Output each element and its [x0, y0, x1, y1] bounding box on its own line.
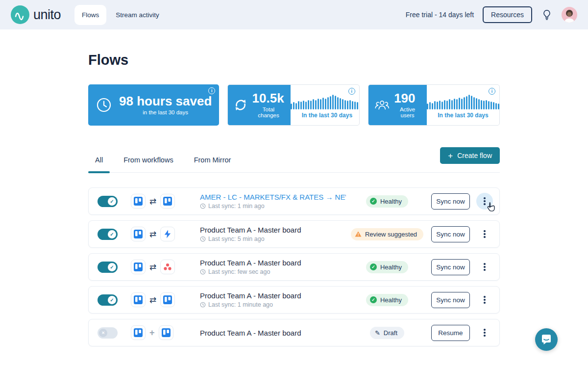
two-way-sync-icon: ⇄: [149, 296, 156, 304]
clock-icon: [96, 97, 112, 113]
tab-from-workflows[interactable]: From workflows: [117, 151, 180, 172]
trello-icon: [160, 194, 175, 209]
active-users-sparkline: [427, 94, 499, 109]
trello-icon: [131, 194, 146, 209]
stat-value: 10.5k: [252, 92, 285, 105]
flow-title[interactable]: Product Team A - Master board: [200, 226, 346, 234]
resources-button[interactable]: Resources: [483, 6, 532, 23]
flow-enabled-toggle[interactable]: ✓: [98, 262, 118, 273]
warning-icon: [355, 231, 362, 237]
trello-icon: [160, 292, 175, 307]
flow-row: ✓ ⇄ Product Team A - Master board Last s…: [88, 253, 500, 281]
trello-icon: [131, 227, 146, 241]
flow-row: ✓ ⇄ AMER - LC - MARKETS/FX & RATES → NEW…: [88, 187, 500, 215]
total-changes-sparkline: [291, 94, 359, 109]
trello-icon: [159, 325, 173, 340]
nav-tab-stream-activity[interactable]: Stream activity: [108, 5, 167, 25]
clock-icon: [200, 236, 206, 242]
flow-title-link[interactable]: AMER - LC - MARKETS/FX & RATES → NEWSDES…: [200, 193, 346, 201]
chat-launcher-button[interactable]: [535, 328, 558, 351]
stat-card-total-changes: 10.5k Total changes i In the last 30 day…: [227, 84, 359, 126]
plus-icon: +: [448, 152, 453, 160]
trial-countdown: Free trial - 14 days left: [406, 11, 474, 19]
brand-wordmark: unito: [33, 7, 61, 23]
lightbulb-icon[interactable]: [541, 9, 553, 21]
stat-value: 190: [394, 92, 421, 105]
plus-connector-icon: +: [149, 328, 155, 337]
stats-row: i 98 hours saved in the last 30 days: [88, 84, 500, 126]
flow-title[interactable]: Product Team A - Master board: [200, 329, 346, 337]
stat-card-hours-saved: i 98 hours saved in the last 30 days: [88, 84, 219, 126]
unito-logo-icon: [11, 5, 29, 24]
two-way-sync-icon: ⇄: [149, 263, 156, 271]
clock-icon: [200, 302, 206, 308]
resume-button[interactable]: Resume: [431, 325, 470, 341]
tab-from-mirror[interactable]: From Mirror: [187, 151, 238, 172]
trello-icon: [131, 292, 146, 307]
two-way-sync-icon: ⇄: [149, 197, 156, 206]
lightning-app-icon: [160, 227, 175, 241]
flow-row: ✓ ⇄ Product Team A - Master board Last s…: [88, 286, 500, 314]
page-title: Flows: [88, 52, 500, 68]
filter-tabs-bar: All From workflows From Mirror + Create …: [88, 151, 500, 173]
sync-arrows-icon: [234, 98, 247, 112]
two-way-sync-icon: ⇄: [149, 230, 156, 238]
clock-icon: [200, 203, 206, 209]
row-menu-kebab[interactable]: [476, 226, 493, 242]
sync-now-button[interactable]: Sync now: [431, 292, 470, 308]
stat-caption: Active users: [394, 106, 421, 118]
nav-tabs: Flows Stream activity: [74, 0, 167, 29]
stat-value: 98 hours saved: [119, 95, 212, 108]
last-sync: Last sync: 1 min ago: [200, 203, 346, 210]
tab-all[interactable]: All: [88, 151, 110, 172]
unito-logo[interactable]: unito: [11, 5, 61, 24]
users-group-icon: [374, 99, 390, 111]
status-badge-draft: ✎ Draft: [370, 327, 404, 339]
check-icon: ✓: [370, 296, 377, 303]
sync-now-button[interactable]: Sync now: [431, 193, 470, 210]
check-icon: ✓: [370, 198, 377, 205]
sparkline-caption: In the last 30 days: [438, 112, 488, 119]
last-sync: Last sync: 1 minute ago: [200, 301, 346, 308]
row-menu-kebab[interactable]: [476, 193, 493, 210]
flow-list: ✓ ⇄ AMER - LC - MARKETS/FX & RATES → NEW…: [88, 187, 500, 346]
trello-icon: [131, 260, 146, 274]
sparkline-caption: In the last 30 days: [302, 112, 352, 119]
stat-card-active-users: 190 Active users i In the last 30 days: [368, 84, 500, 126]
flow-enabled-toggle[interactable]: ✓: [98, 294, 118, 306]
flow-title[interactable]: Product Team A - Master board: [200, 291, 346, 300]
pencil-icon: ✎: [375, 329, 380, 337]
flow-row: ✕ + Product Team A - Master board ✎ Draf…: [88, 319, 500, 346]
user-avatar[interactable]: [562, 7, 577, 23]
stat-caption: in the last 30 days: [119, 109, 212, 115]
info-icon[interactable]: i: [208, 87, 215, 94]
sync-now-button[interactable]: Sync now: [431, 259, 470, 275]
row-menu-kebab[interactable]: [476, 259, 493, 275]
mouse-cursor-icon: [486, 202, 496, 215]
check-icon: ✓: [370, 263, 377, 270]
flow-enabled-toggle[interactable]: ✕: [98, 327, 118, 339]
chat-bubble-icon: [540, 334, 552, 345]
flow-row: ✓ ⇄ Product Team A - Master board Last s…: [88, 220, 500, 248]
status-badge-healthy: ✓ Healthy: [366, 294, 408, 306]
row-menu-kebab[interactable]: [476, 291, 493, 308]
last-sync: Last sync: few sec ago: [200, 268, 346, 275]
stat-caption: Total changes: [252, 106, 285, 118]
top-navbar: unito Flows Stream activity Free trial -…: [0, 0, 588, 29]
last-sync: Last sync: 5 min ago: [200, 236, 346, 242]
status-badge-healthy: ✓ Healthy: [366, 195, 408, 208]
asana-icon: [160, 260, 175, 274]
clock-icon: [200, 269, 206, 275]
create-flow-button[interactable]: + Create flow: [440, 147, 500, 164]
flow-title[interactable]: Product Team A - Master board: [200, 259, 346, 267]
status-badge-healthy: ✓ Healthy: [366, 261, 408, 273]
info-icon[interactable]: i: [489, 88, 495, 95]
nav-tab-flows[interactable]: Flows: [74, 5, 106, 25]
flow-enabled-toggle[interactable]: ✓: [98, 196, 118, 207]
sync-now-button[interactable]: Sync now: [431, 226, 470, 242]
flow-enabled-toggle[interactable]: ✓: [98, 229, 118, 240]
trello-icon: [131, 325, 146, 340]
info-icon[interactable]: i: [348, 88, 355, 95]
status-badge-review-suggested: Review suggested: [351, 228, 423, 240]
row-menu-kebab[interactable]: [476, 324, 493, 341]
